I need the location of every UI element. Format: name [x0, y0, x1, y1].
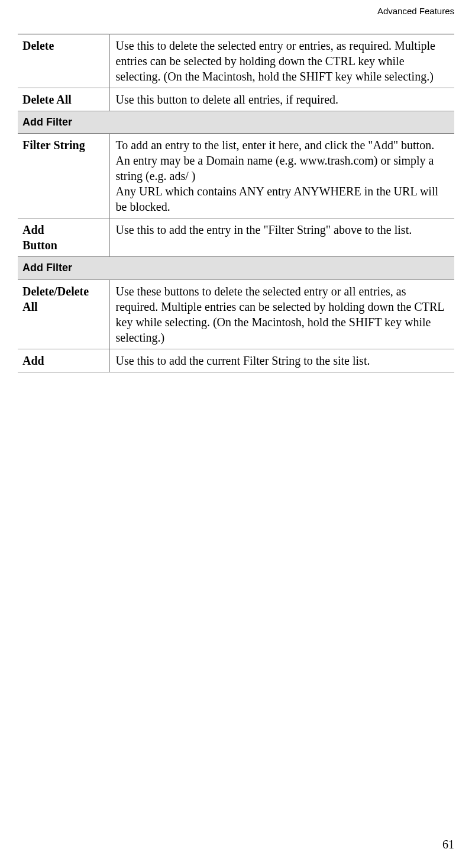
page-number: 61 — [442, 838, 454, 851]
definition-label: Add Button — [18, 218, 109, 257]
page-header: Advanced Features — [377, 6, 454, 16]
definition-label: Delete — [18, 34, 109, 88]
table-row: Delete/Delete AllUse these buttons to de… — [18, 279, 454, 349]
definitions-table: DeleteUse this to delete the selected en… — [18, 34, 454, 372]
table-row: Filter StringTo add an entry to the list… — [18, 134, 454, 218]
table-row: Add Filter — [18, 111, 454, 134]
definition-description: Use these buttons to delete the selected… — [109, 279, 454, 349]
definition-label: Delete/Delete All — [18, 279, 109, 349]
section-header-cell: Add Filter — [18, 257, 454, 279]
definition-label: Add — [18, 349, 109, 372]
table-row: Delete AllUse this button to delete all … — [18, 88, 454, 111]
definition-description: Use this button to delete all entries, i… — [109, 88, 454, 111]
definition-description: Use this to delete the selected entry or… — [109, 34, 454, 88]
table-row: Add ButtonUse this to add the entry in t… — [18, 218, 454, 257]
table-row: DeleteUse this to delete the selected en… — [18, 34, 454, 88]
definition-description: Use this to add the current Filter Strin… — [109, 349, 454, 372]
definition-label: Filter String — [18, 134, 109, 218]
section-header-cell: Add Filter — [18, 111, 454, 134]
definition-description: To add an entry to the list, enter it he… — [109, 134, 454, 218]
definition-description: Use this to add the entry in the "Filter… — [109, 218, 454, 257]
table-row: AddUse this to add the current Filter St… — [18, 349, 454, 372]
table-row: Add Filter — [18, 257, 454, 279]
definition-label: Delete All — [18, 88, 109, 111]
